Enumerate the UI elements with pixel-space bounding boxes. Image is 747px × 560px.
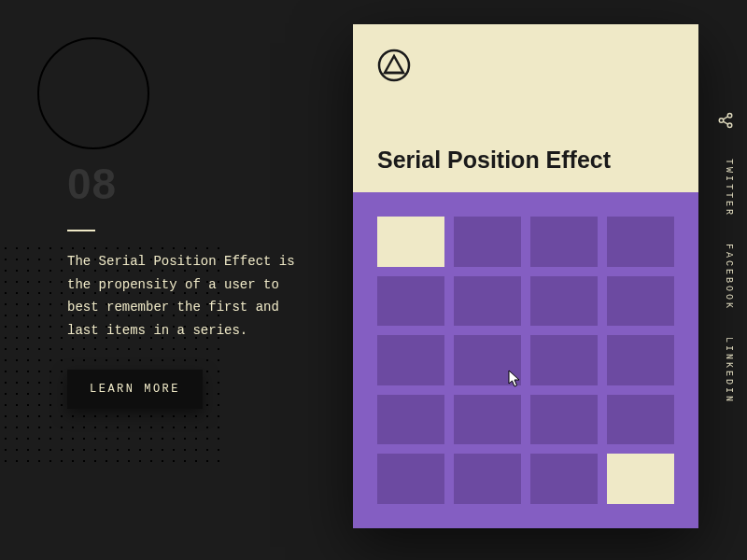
share-link-twitter[interactable]: TWITTER bbox=[724, 159, 734, 217]
law-index: 08 bbox=[67, 159, 310, 209]
share-links: TWITTERFACEBOOKLINKEDIN bbox=[724, 159, 734, 404]
card-title: Serial Position Effect bbox=[377, 147, 611, 174]
grid-cell bbox=[607, 454, 674, 504]
grid-cell bbox=[454, 335, 521, 385]
card-header: Serial Position Effect bbox=[353, 24, 698, 192]
svg-line-5 bbox=[723, 117, 727, 119]
law-description: The Serial Position Effect is the propen… bbox=[67, 250, 310, 342]
share-link-facebook[interactable]: FACEBOOK bbox=[724, 244, 734, 311]
grid-cell bbox=[454, 276, 521, 327]
grid-cell bbox=[377, 395, 444, 445]
law-card: Serial Position Effect bbox=[353, 24, 698, 528]
grid-cell bbox=[607, 335, 674, 385]
grid-cell bbox=[377, 276, 444, 327]
grid-cell bbox=[377, 335, 444, 385]
illustration-grid bbox=[353, 192, 698, 528]
grid-cell bbox=[377, 217, 444, 267]
grid-cell bbox=[530, 454, 598, 504]
learn-more-button[interactable]: LEARN MORE bbox=[67, 370, 203, 409]
grid-cell bbox=[377, 454, 444, 504]
share-link-linkedin[interactable]: LINKEDIN bbox=[724, 337, 734, 404]
grid-cell bbox=[454, 395, 521, 445]
grid-cell bbox=[607, 217, 674, 267]
grid-cell bbox=[454, 217, 521, 267]
svg-point-4 bbox=[727, 123, 732, 128]
grid-cell bbox=[607, 276, 674, 327]
grid-cell bbox=[530, 335, 598, 385]
grid-cell bbox=[530, 217, 598, 267]
grid-cell bbox=[530, 276, 598, 327]
text-panel: 08 The Serial Position Effect is the pro… bbox=[67, 159, 310, 409]
logo-icon bbox=[377, 49, 674, 82]
grid-cell bbox=[530, 395, 598, 445]
svg-point-2 bbox=[727, 114, 732, 119]
divider bbox=[67, 230, 95, 231]
grid-cell bbox=[607, 395, 674, 445]
svg-line-6 bbox=[723, 121, 727, 124]
svg-point-3 bbox=[719, 119, 724, 123]
grid-cell bbox=[454, 454, 521, 504]
decorative-circle bbox=[37, 37, 149, 149]
share-icon[interactable] bbox=[717, 112, 734, 133]
